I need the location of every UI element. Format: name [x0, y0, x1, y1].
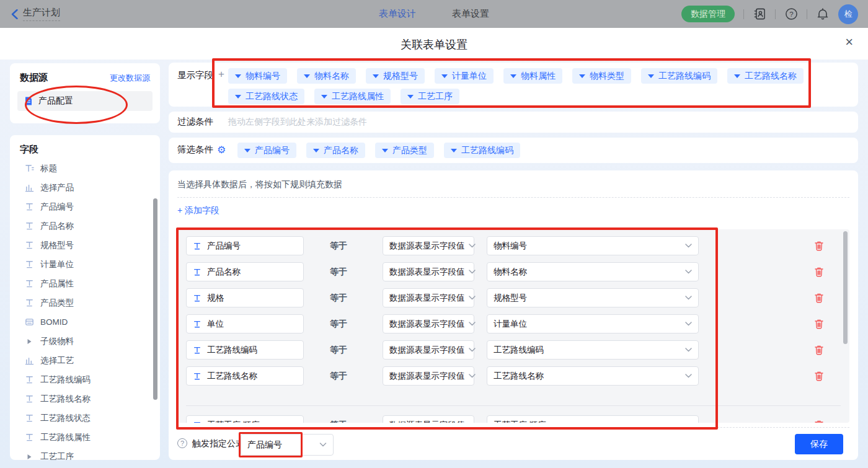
screen-conditions-row: 筛选条件 ⚙ 产品编号 产品名称 产品类型 工艺路线编码	[169, 138, 858, 163]
field-type-icon	[25, 375, 34, 384]
fields-scrollbar[interactable]	[153, 198, 157, 400]
display-field-tag[interactable]: 规格型号	[366, 68, 425, 84]
trigger-formula-label: 触发指定公式	[192, 438, 244, 449]
chevron-down-icon	[685, 270, 692, 274]
source-field-select[interactable]: 物料编号	[487, 236, 699, 255]
help-icon[interactable]: ?	[784, 7, 798, 21]
field-list-item[interactable]: 标题	[10, 159, 160, 178]
close-icon[interactable]: ×	[845, 35, 853, 49]
display-field-tag[interactable]: 物料属性	[503, 68, 562, 84]
gear-icon[interactable]: ⚙	[217, 145, 226, 155]
screen-condition-tag[interactable]: 产品编号	[237, 143, 296, 158]
screen-condition-tag[interactable]: 产品名称	[306, 143, 365, 158]
field-list-item[interactable]: 工艺路线名称	[10, 389, 160, 408]
display-field-tag[interactable]: 工艺工序	[401, 89, 459, 104]
help-circle-icon[interactable]: ?	[177, 438, 187, 448]
chevron-down-icon	[685, 348, 692, 352]
delete-row-button[interactable]	[814, 319, 824, 329]
change-datasource-link[interactable]: 更改数据源	[110, 73, 150, 84]
display-field-tag[interactable]: 工艺路线属性	[314, 89, 391, 104]
data-manage-button[interactable]: 数据管理	[681, 6, 735, 22]
filter-drop-placeholder[interactable]: 拖动左侧字段到此处来添加过滤条件	[228, 117, 367, 128]
source-type-select[interactable]: 数据源表显示字段值	[383, 314, 474, 333]
field-list-item[interactable]: 工艺路线属性	[10, 428, 160, 447]
field-list-item[interactable]: 产品名称	[10, 216, 160, 236]
field-list-item[interactable]: 工艺路线编码	[10, 370, 160, 389]
field-list-item[interactable]: 产品类型	[10, 293, 160, 312]
target-field-input[interactable]: 工艺路线编码	[186, 340, 304, 360]
field-type-icon	[25, 337, 34, 346]
trigger-field-select[interactable]: 产品编号	[241, 434, 334, 456]
source-field-select[interactable]: 物料名称	[487, 262, 699, 281]
address-book-icon[interactable]	[753, 7, 766, 21]
display-field-tag[interactable]: 物料名称	[297, 68, 356, 84]
target-field-input[interactable]: 规格	[186, 288, 304, 307]
add-display-field-button[interactable]: +	[218, 68, 224, 81]
datasource-title: 数据源	[20, 72, 48, 84]
mapping-row: 工艺路线名称 等于 数据源表显示字段值 工艺路线名称	[186, 366, 841, 386]
field-list-item[interactable]: 工艺工序	[10, 447, 160, 460]
display-fields-row: 显示字段 + 物料编号 物料名称 规格型号 计量单位	[169, 63, 858, 107]
source-type-select[interactable]: 数据源表显示字段值	[383, 262, 474, 281]
user-avatar[interactable]: 检	[838, 4, 858, 24]
mapping-scrollbar[interactable]	[843, 231, 848, 344]
source-field-select[interactable]: 工艺路线名称	[487, 366, 699, 386]
source-field-select[interactable]: 工艺路线编码	[487, 340, 699, 360]
field-list-item[interactable]: 产品属性	[10, 274, 160, 293]
source-type-value: 数据源表显示字段值	[389, 420, 465, 423]
source-type-select[interactable]: 数据源表显示字段值	[383, 366, 474, 386]
delete-row-button[interactable]	[814, 420, 824, 423]
datasource-item[interactable]: 产品配置	[17, 91, 153, 111]
field-list-item[interactable]: 计量单位	[10, 255, 160, 274]
display-field-tag[interactable]: 工艺路线状态	[228, 89, 304, 104]
field-type-icon	[25, 183, 34, 192]
display-field-tag[interactable]: 计量单位	[435, 68, 494, 84]
display-field-tag[interactable]: 工艺路线编码	[641, 68, 717, 84]
delete-row-button[interactable]	[814, 345, 824, 355]
screen-condition-tag[interactable]: 工艺路线编码	[444, 143, 520, 158]
field-list-item[interactable]: 选择工艺	[10, 351, 160, 370]
field-list-item-label: 标题	[40, 163, 57, 174]
field-list-item-label: 工艺路线编码	[40, 374, 91, 386]
field-list-item[interactable]: 产品编号	[10, 197, 160, 216]
save-button[interactable]: 保存	[795, 434, 843, 454]
delete-row-button[interactable]	[814, 267, 824, 277]
field-list-item[interactable]: 规格型号	[10, 236, 160, 255]
field-list-item[interactable]: 选择产品	[10, 178, 160, 197]
text-field-icon	[193, 242, 202, 250]
add-field-button[interactable]: + 添加字段	[177, 205, 219, 216]
display-field-tag[interactable]: 物料编号	[228, 68, 287, 84]
delete-row-button[interactable]	[814, 241, 824, 251]
chevron-down-icon	[319, 443, 327, 447]
tag-label: 规格型号	[383, 71, 418, 82]
text-field-icon	[193, 372, 202, 381]
source-type-select[interactable]: 数据源表显示字段值	[383, 288, 474, 307]
target-field-input[interactable]: 工艺路线名称	[186, 366, 304, 386]
target-field-input[interactable]: 工艺工序.顺序	[186, 415, 304, 423]
source-field-select[interactable]: 工艺工序.顺序	[487, 415, 699, 423]
source-field-value: 规格型号	[494, 293, 527, 304]
source-field-select[interactable]: 规格型号	[487, 288, 699, 307]
delete-row-button[interactable]	[814, 293, 824, 303]
target-field-input[interactable]: 产品编号	[186, 236, 304, 255]
field-list-item[interactable]: BOMID	[10, 312, 160, 332]
source-type-select[interactable]: 数据源表显示字段值	[383, 415, 474, 423]
source-type-select[interactable]: 数据源表显示字段值	[383, 236, 474, 255]
delete-row-button[interactable]	[814, 371, 824, 381]
notifications-bell-icon[interactable]	[816, 7, 830, 21]
field-list-item[interactable]: 工艺路线状态	[10, 408, 160, 428]
divider	[807, 9, 807, 19]
target-field-input[interactable]: 单位	[186, 314, 304, 333]
topbar-tab[interactable]: 表单设计	[379, 8, 416, 20]
source-field-select[interactable]: 计量单位	[487, 314, 699, 333]
operator-label: 等于	[330, 267, 348, 278]
source-type-select[interactable]: 数据源表显示字段值	[383, 340, 474, 360]
display-field-tag[interactable]: 工艺路线名称	[727, 68, 804, 84]
topbar-tab[interactable]: 表单设置	[452, 8, 489, 20]
target-field-label: 产品编号	[207, 241, 241, 252]
display-field-tag[interactable]: 物料类型	[572, 68, 631, 84]
text-field-icon	[193, 294, 202, 302]
field-list-item[interactable]: 子级物料	[10, 332, 160, 351]
screen-condition-tag[interactable]: 产品类型	[375, 143, 434, 158]
target-field-input[interactable]: 产品名称	[186, 262, 304, 281]
